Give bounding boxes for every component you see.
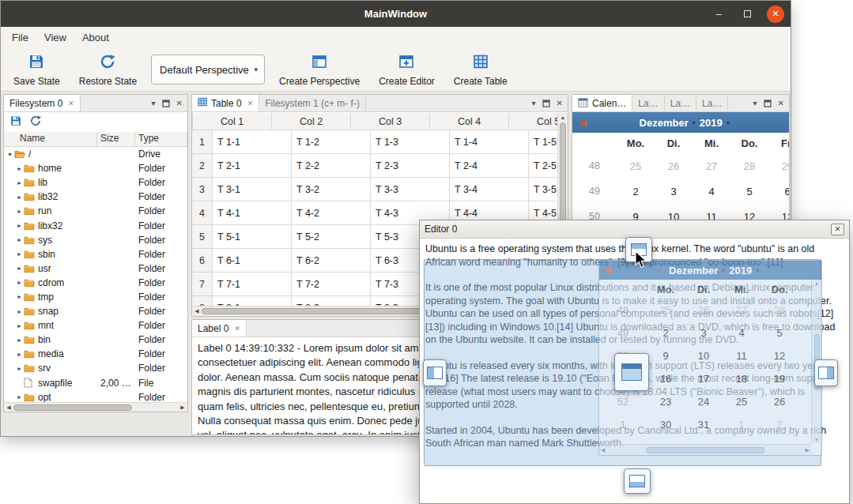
table-cell[interactable]: T 2-5 bbox=[529, 154, 557, 178]
calendar-day-cell[interactable]: 2 bbox=[617, 179, 655, 204]
tab-filesystem-1[interactable]: Filesystem 1 (c+ m- f-) bbox=[259, 95, 366, 111]
tree-row[interactable]: swapfile2,00 …File bbox=[4, 376, 187, 390]
expand-icon[interactable]: ▸ bbox=[15, 265, 24, 272]
tab-calendar-0[interactable]: Calen… bbox=[572, 95, 632, 111]
tab-label-0[interactable]: Label 0 ✕ bbox=[192, 320, 247, 337]
scroll-left-icon[interactable]: ◀ bbox=[4, 404, 13, 411]
dock-drop-left-indicator[interactable] bbox=[423, 359, 447, 386]
table-column-header[interactable]: Col 5 bbox=[509, 113, 557, 130]
calendar-day-cell[interactable]: 5 bbox=[730, 179, 768, 204]
tab-close-icon[interactable]: ✕ bbox=[68, 100, 74, 107]
table-cell[interactable]: T 1-4 bbox=[450, 130, 529, 154]
menu-about[interactable]: About bbox=[74, 27, 117, 48]
menu-file[interactable]: File bbox=[4, 27, 36, 48]
minimize-button[interactable]: – bbox=[710, 6, 727, 23]
table-cell[interactable]: T 3-5 bbox=[529, 178, 557, 201]
tree-row[interactable]: ▾/Drive bbox=[4, 147, 187, 161]
maximize-button[interactable] bbox=[738, 6, 756, 23]
calendar-month-button[interactable]: Dezember bbox=[640, 117, 689, 129]
tree-row[interactable]: ▸usrFolder bbox=[4, 261, 187, 276]
tree-row[interactable]: ▸libFolder bbox=[4, 175, 187, 190]
calendar-day-cell[interactable]: 29 bbox=[768, 153, 790, 179]
save-state-button[interactable]: Save State bbox=[9, 51, 65, 88]
expand-icon[interactable]: ▸ bbox=[15, 337, 24, 344]
tab-label-1[interactable]: La… bbox=[632, 95, 664, 111]
table-column-header[interactable]: Col 2 bbox=[272, 113, 351, 130]
calendar-day-cell[interactable]: 26 bbox=[655, 153, 693, 179]
expand-icon[interactable]: ▸ bbox=[15, 322, 24, 329]
table-cell[interactable]: T 2-2 bbox=[292, 154, 371, 178]
table-column-header[interactable]: Col 3 bbox=[351, 113, 430, 130]
table-row-header[interactable]: 2 bbox=[192, 154, 213, 178]
create-table-button[interactable]: Create Table bbox=[449, 51, 512, 88]
tab-close-icon[interactable]: ✕ bbox=[247, 100, 254, 107]
table-row-header[interactable]: 4 bbox=[192, 201, 213, 225]
table-row-header[interactable]: 1 bbox=[192, 130, 213, 154]
expand-icon[interactable]: ▸ bbox=[15, 236, 24, 243]
tree-row[interactable]: ▸cdromFolder bbox=[4, 276, 187, 290]
table-cell[interactable]: T 7-2 bbox=[292, 273, 371, 296]
column-name[interactable]: Name bbox=[4, 132, 97, 146]
table-cell[interactable]: T 3-3 bbox=[371, 178, 450, 201]
undock-icon[interactable] bbox=[162, 100, 170, 107]
expand-icon[interactable]: ▸ bbox=[15, 250, 24, 258]
editor-close-button[interactable]: ✕ bbox=[831, 224, 844, 235]
tree-row[interactable]: ▸homeFolder bbox=[4, 161, 187, 175]
expand-icon[interactable]: ▸ bbox=[15, 308, 24, 315]
table-cell[interactable]: T 1-3 bbox=[371, 130, 450, 154]
table-row-header[interactable]: 5 bbox=[192, 225, 213, 249]
tree-row[interactable]: ▸mediaFolder bbox=[4, 347, 187, 361]
calendar-day-cell[interactable]: 6 bbox=[768, 179, 790, 204]
tabs-menu-icon[interactable]: ▾ bbox=[152, 99, 156, 107]
tab-table-0[interactable]: Table 0 ✕ bbox=[192, 95, 259, 111]
table-cell[interactable]: T 4-1 bbox=[213, 201, 292, 225]
collapse-icon[interactable]: ▾ bbox=[6, 151, 14, 158]
dock-drop-bottom-indicator[interactable] bbox=[624, 468, 651, 494]
close-dock-icon[interactable]: ✕ bbox=[778, 99, 784, 107]
calendar-day-cell[interactable]: 3 bbox=[655, 179, 693, 204]
expand-icon[interactable]: ▸ bbox=[15, 179, 24, 186]
dock-drop-center-indicator[interactable] bbox=[614, 353, 649, 391]
table-row-header[interactable]: 8 bbox=[192, 296, 213, 306]
expand-icon[interactable]: ▸ bbox=[15, 293, 24, 300]
restore-state-button[interactable]: Restore State bbox=[74, 51, 142, 88]
column-size[interactable]: Size bbox=[97, 132, 135, 146]
scroll-right-icon[interactable]: ▶ bbox=[178, 404, 187, 411]
dock-drop-right-indicator[interactable] bbox=[814, 359, 838, 386]
tabs-menu-icon[interactable]: ▾ bbox=[532, 99, 536, 107]
undock-icon[interactable] bbox=[764, 100, 772, 107]
window-titlebar[interactable]: MainWindow – ✕ bbox=[1, 1, 791, 27]
table-column-header[interactable]: Col 1 bbox=[193, 113, 272, 130]
create-perspective-button[interactable]: Create Perspective bbox=[274, 51, 364, 88]
tree-row[interactable]: ▸binFolder bbox=[4, 333, 187, 347]
tab-close-icon[interactable]: ✕ bbox=[234, 325, 240, 333]
tab-label-2[interactable]: La… bbox=[665, 95, 696, 111]
calendar-day-cell[interactable]: 25 bbox=[617, 153, 655, 179]
tree-row[interactable]: ▸srvFolder bbox=[4, 361, 187, 375]
tabs-menu-icon[interactable]: ▾ bbox=[753, 99, 757, 107]
fs-save-icon[interactable] bbox=[9, 115, 22, 130]
calendar-day-cell[interactable]: 4 bbox=[693, 179, 730, 204]
table-cell[interactable]: T 8-2 bbox=[292, 296, 371, 306]
table-cell[interactable]: T 3-4 bbox=[450, 178, 529, 201]
table-cell[interactable]: T 6-1 bbox=[213, 249, 292, 273]
table-column-header[interactable]: Col 4 bbox=[430, 113, 509, 130]
table-cell[interactable]: T 1-1 bbox=[213, 130, 292, 154]
close-dock-icon[interactable]: ✕ bbox=[176, 99, 183, 107]
undock-icon[interactable] bbox=[542, 100, 550, 107]
expand-icon[interactable]: ▸ bbox=[15, 222, 24, 229]
tree-row[interactable]: ▸libx32Folder bbox=[4, 218, 187, 232]
scroll-left-icon[interactable]: ◀ bbox=[192, 308, 202, 314]
expand-icon[interactable]: ▸ bbox=[15, 165, 24, 172]
tree-row[interactable]: ▸tmpFolder bbox=[4, 290, 187, 304]
tree-row[interactable]: ▸runFolder bbox=[4, 204, 187, 218]
scrollbar-handle[interactable] bbox=[13, 404, 132, 411]
prev-month-icon[interactable]: ◀ bbox=[579, 117, 586, 128]
tree-row[interactable]: ▸mntFolder bbox=[4, 318, 187, 333]
filesystem-hscrollbar[interactable]: ◀ ▶ bbox=[4, 402, 187, 412]
calendar-year-button[interactable]: 2019 bbox=[700, 117, 723, 129]
table-cell[interactable]: T 2-4 bbox=[450, 154, 529, 178]
table-cell[interactable]: T 1-5 bbox=[529, 130, 557, 154]
table-row-header[interactable]: 3 bbox=[192, 178, 213, 201]
tab-filesystem-0[interactable]: Filesystem 0 ✕ bbox=[4, 95, 81, 111]
